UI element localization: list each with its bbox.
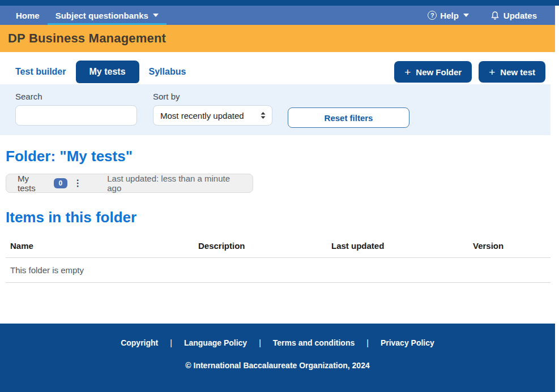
up-down-stepper-icon [260, 111, 266, 119]
tabs-actions: New Folder New test [394, 61, 559, 83]
footer-separator [170, 338, 172, 347]
help-menu[interactable]: Help [421, 11, 476, 20]
updates-label: Updates [503, 11, 537, 20]
column-header-version: Version [468, 241, 551, 251]
nav-right: Help Updates [421, 6, 555, 25]
help-label: Help [440, 11, 459, 20]
footer-separator [366, 338, 369, 347]
page-title: DP Business Management [8, 31, 166, 46]
tab-test-builder[interactable]: Test builder [15, 61, 66, 83]
footer-link-privacy-policy[interactable]: Privacy Policy [381, 338, 434, 347]
footer-link-copyright[interactable]: Copyright [121, 338, 158, 347]
nav-home-label: Home [16, 11, 40, 20]
tab-syllabus[interactable]: Syllabus [149, 61, 186, 83]
bell-icon [490, 11, 500, 20]
active-nav-underline [48, 23, 167, 25]
new-test-label: New test [500, 67, 535, 77]
main-navbar: Home Subject questionbanks Help [0, 6, 555, 25]
updates-button[interactable]: Updates [484, 11, 544, 20]
nav-item-subject-questionbanks[interactable]: Subject questionbanks [48, 6, 167, 25]
folder-name: My tests [18, 174, 49, 193]
new-folder-label: New Folder [416, 67, 462, 77]
folder-heading: Folder: "My tests" [6, 148, 559, 165]
folder-count-badge: 0 [54, 178, 68, 188]
items-table: Name Description Last updated Version Th… [6, 238, 551, 283]
new-test-button[interactable]: New test [479, 61, 545, 83]
column-header-name: Name [6, 241, 194, 251]
nav-left: Home Subject questionbanks [0, 6, 167, 25]
reset-filters-button[interactable]: Reset filters [288, 107, 409, 128]
tabs-row: Test builder My tests Syllabus New Folde… [0, 61, 559, 83]
tab-syllabus-label: Syllabus [149, 67, 186, 77]
footer-copyright-line: © International Baccalaureate Organizati… [0, 361, 555, 370]
tab-my-tests-label: My tests [89, 67, 126, 77]
chevron-down-icon [153, 14, 159, 17]
sort-select[interactable]: Most recently updated [153, 105, 272, 126]
folder-bar: My tests 0 Last updated: less than a min… [6, 174, 253, 193]
nav-subject-questionbanks-label: Subject questionbanks [56, 11, 148, 20]
sort-by-label: Sort by [153, 92, 272, 101]
empty-folder-message: This folder is empty [10, 265, 551, 275]
plus-icon [489, 67, 495, 77]
search-label: Search [15, 92, 137, 101]
column-header-description: Description [194, 241, 327, 251]
folder-last-updated: Last updated: less than a minute ago [107, 174, 246, 193]
filter-band: Search Sort by Most recently updated Res… [0, 84, 551, 135]
column-header-last-updated: Last updated [327, 241, 468, 251]
help-icon [428, 11, 437, 20]
browser-top-strip [0, 0, 559, 6]
tab-test-builder-label: Test builder [15, 67, 66, 77]
search-input[interactable] [15, 105, 137, 126]
table-row: This folder is empty [6, 258, 551, 283]
new-folder-button[interactable]: New Folder [394, 61, 472, 83]
search-field-group: Search [15, 92, 137, 135]
reset-field-group: Reset filters [288, 92, 409, 135]
footer: Copyright Language Policy Terms and cond… [0, 324, 555, 392]
page: Home Subject questionbanks Help [0, 0, 559, 392]
footer-links: Copyright Language Policy Terms and cond… [0, 324, 555, 347]
chevron-down-icon [463, 14, 469, 17]
tab-my-tests[interactable]: My tests [76, 61, 139, 83]
nav-item-home[interactable]: Home [8, 6, 48, 25]
sort-field-group: Sort by Most recently updated [153, 92, 272, 135]
table-header-row: Name Description Last updated Version [6, 238, 551, 258]
items-heading: Items in this folder [6, 209, 559, 226]
kebab-menu-icon[interactable] [73, 179, 82, 188]
footer-link-language-policy[interactable]: Language Policy [184, 338, 247, 347]
subject-banner: DP Business Management [0, 25, 555, 52]
footer-separator [259, 338, 261, 347]
sort-selected-value: Most recently updated [160, 111, 260, 120]
plus-icon [404, 67, 411, 77]
footer-link-terms-and-conditions[interactable]: Terms and conditions [273, 338, 355, 347]
